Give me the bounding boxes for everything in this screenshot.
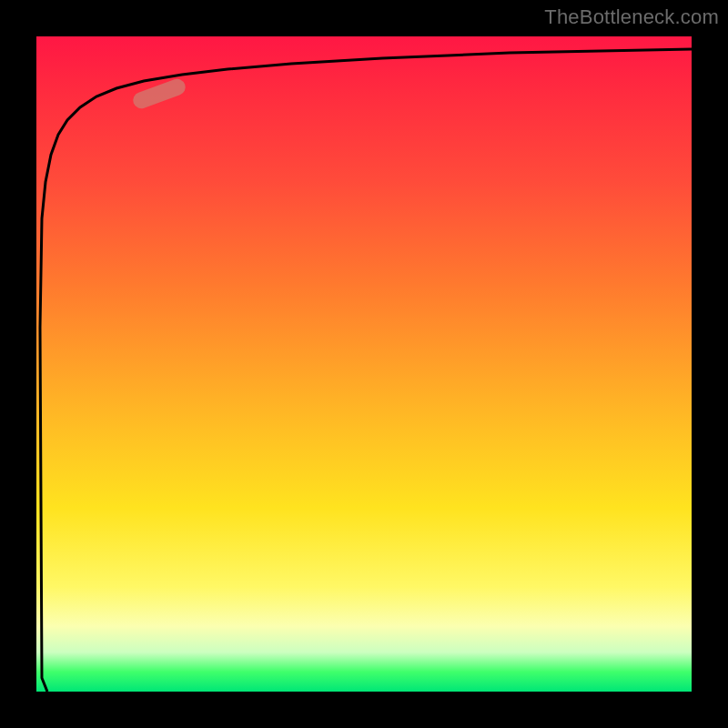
chart-frame: TheBottleneck.com [0, 0, 728, 728]
bottleneck-curve [40, 49, 692, 692]
curve-layer [36, 36, 692, 692]
watermark-text: TheBottleneck.com [544, 5, 719, 29]
plot-area [36, 36, 692, 692]
